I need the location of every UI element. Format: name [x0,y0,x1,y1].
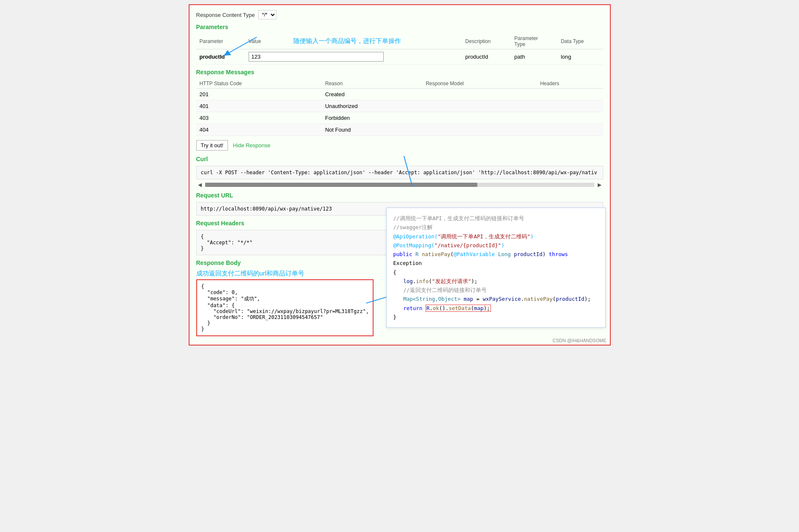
code-line-9: Map<String,Object> map = wxPayService.na… [393,294,599,303]
resp-reason-403: Forbidden [322,112,422,124]
resp-status-401: 401 [196,100,322,112]
resp-headers-404 [537,124,603,136]
resp-headers-403 [537,112,603,124]
request-url-title: Request URL [196,192,603,199]
resp-model-401 [423,100,537,112]
resp-headers-401 [537,100,603,112]
param-value-input[interactable] [249,52,384,62]
table-row: 403 Forbidden [196,112,603,124]
param-name: productId [196,49,245,65]
content-type-select[interactable]: */* [258,10,276,19]
resp-col-model: Response Model [423,79,537,89]
resp-status-201: 201 [196,89,322,100]
table-row: 201 Created [196,89,603,100]
resp-col-headers: Headers [537,79,603,89]
table-row: productId productId path long [196,49,603,65]
param-col-datatype: Data Type [558,34,603,49]
scroll-bar-container: ◀ ▶ [196,182,603,188]
scroll-left-arrow[interactable]: ◀ [196,182,203,188]
param-type: path [511,49,558,65]
main-panel: Response Content Type */* Parameters Par… [190,5,610,345]
try-it-out-button[interactable]: Try it out! [196,140,228,151]
hide-response-link[interactable]: Hide Response [233,142,271,149]
param-col-type: ParameterType [511,34,558,49]
param-description: productId [462,49,511,65]
code-line-6: { [393,268,599,277]
resp-status-403: 403 [196,112,322,124]
param-col-parameter: Parameter [196,34,245,49]
code-line-8: //返回支付二维码的链接和订单号 [393,286,599,294]
response-messages-table: HTTP Status Code Reason Response Model H… [196,79,603,136]
resp-model-403 [423,112,537,124]
response-messages-title: Response Messages [196,69,603,76]
code-line-4: @PostMapping("/native/{productId}") [393,241,599,250]
curl-title: Curl [196,156,603,162]
content-type-row: Response Content Type */* [196,10,603,19]
resp-model-201 [423,89,537,100]
code-line-2: //swagger注解 [393,223,599,232]
table-row: 401 Unauthorized [196,100,603,112]
response-body-box: { "code": 0, "message": "成功", "data": { … [196,279,374,336]
content-type-label: Response Content Type [196,12,255,18]
resp-model-404 [423,124,537,136]
code-line-5: public R nativePay(@PathVariable Long pr… [393,250,599,268]
watermark: CSDN @IH&HANDSOME [553,338,606,343]
resp-reason-404: Not Found [322,124,422,136]
table-row: 404 Not Found [196,124,603,136]
code-line-7: log.info("发起支付请求"); [393,277,599,286]
resp-reason-401: Unauthorized [322,100,422,112]
scroll-track[interactable] [205,183,594,187]
param-value-cell [245,49,462,65]
code-panel: //调用统一下单API，生成支付二维码的链接和订单号 //swagger注解 @… [386,208,606,328]
resp-col-status: HTTP Status Code [196,79,322,89]
resp-headers-201 [537,89,603,100]
resp-reason-201: Created [322,89,422,100]
scroll-right-arrow[interactable]: ▶ [596,182,603,188]
parameters-title: Parameters [196,24,603,30]
resp-status-404: 404 [196,124,322,136]
code-line-10: return R.ok().setData(map); [393,304,599,313]
code-line-11: } [393,313,599,321]
action-buttons-row: Try it out! Hide Response [196,140,603,151]
param-col-description: Description [462,34,511,49]
code-line-1: //调用统一下单API，生成支付二维码的链接和订单号 [393,214,599,223]
code-line-3: @ApiOperation("调用统一下单API，生成支付二维码") [393,232,599,241]
resp-col-reason: Reason [322,79,422,89]
curl-box: curl -X POST --header 'Content-Type: app… [196,166,603,179]
main-container: Response Content Type */* Parameters Par… [189,4,611,346]
param-datatype: long [558,49,603,65]
scroll-thumb [205,183,477,187]
annotation-text: 随便输入一个商品编号，进行下单操作 [293,37,401,45]
